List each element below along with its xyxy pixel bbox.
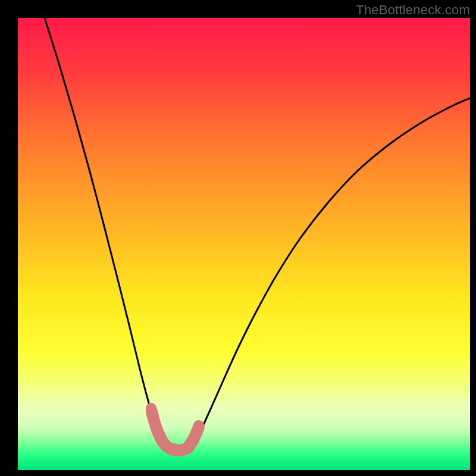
watermark-text: TheBottleneck.com	[356, 2, 470, 18]
plot-area	[18, 18, 470, 470]
gradient-background	[18, 18, 470, 470]
svg-point-0	[146, 403, 156, 414]
chart-frame: TheBottleneck.com	[0, 0, 476, 476]
svg-point-1	[193, 420, 204, 431]
chart-svg	[18, 18, 470, 470]
